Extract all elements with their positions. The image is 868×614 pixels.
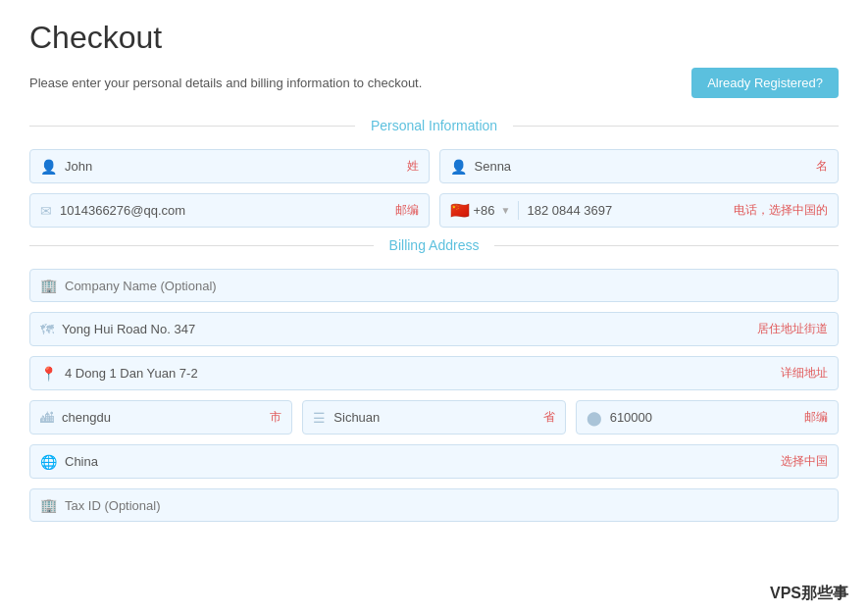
already-registered-button[interactable]: Already Registered? <box>691 68 839 98</box>
city-field: 🏙 市 <box>29 400 292 435</box>
name-row: 👤 姓 👤 名 <box>29 149 839 183</box>
flag-emoji: 🇨🇳 <box>450 201 470 220</box>
street-field: 🗺 居住地址街道 <box>29 312 839 346</box>
zip-input[interactable] <box>610 410 792 425</box>
company-field: 🏢 <box>29 269 839 302</box>
state-annotation: 省 <box>543 409 555 426</box>
phone-field: 🇨🇳 +86 ▼ 电话，选择中国的 <box>439 193 840 228</box>
country-field: 🌐 选择中国 <box>29 444 839 479</box>
phone-country-select[interactable]: 🇨🇳 +86 ▼ <box>450 201 520 220</box>
email-field: ✉ 邮编 <box>29 193 430 228</box>
company-row: 🏢 <box>29 269 839 302</box>
intro-row: Please enter your personal details and b… <box>29 68 839 98</box>
page-title: Checkout <box>29 20 839 56</box>
personal-info-title: Personal Information <box>355 118 513 133</box>
first-name-annotation: 姓 <box>407 158 419 175</box>
zip-field: ⬤ 邮编 <box>576 400 839 435</box>
tax-icon: 🏢 <box>40 497 57 513</box>
address2-row: 📍 详细地址 <box>29 356 839 390</box>
city-icon: 🏙 <box>40 410 54 426</box>
map-icon: 🗺 <box>40 322 54 337</box>
person-icon: 👤 <box>40 159 57 175</box>
last-name-annotation: 名 <box>816 158 828 175</box>
address2-input[interactable] <box>65 366 769 381</box>
person-icon-2: 👤 <box>450 159 467 175</box>
first-name-input[interactable] <box>65 159 395 174</box>
state-field: ☰ 省 <box>302 400 565 435</box>
street-input[interactable] <box>62 322 745 336</box>
phone-annotation: 电话，选择中国的 <box>734 202 828 219</box>
billing-address-title: Billing Address <box>374 237 495 253</box>
phone-input[interactable] <box>527 203 730 218</box>
address2-annotation: 详细地址 <box>781 365 828 382</box>
street-row: 🗺 居住地址街道 <box>29 312 839 346</box>
phone-code: +86 <box>474 203 495 218</box>
globe-icon: 🌐 <box>40 454 57 470</box>
state-input[interactable] <box>333 410 531 425</box>
street-annotation: 居住地址街道 <box>757 321 828 337</box>
first-name-field: 👤 姓 <box>29 149 430 183</box>
pin-icon: 📍 <box>40 366 57 382</box>
city-state-zip-row: 🏙 市 ☰ 省 ⬤ 邮编 <box>29 400 839 435</box>
last-name-field: 👤 名 <box>439 149 840 183</box>
email-phone-row: ✉ 邮编 🇨🇳 +86 ▼ 电话，选择中国的 <box>29 193 839 228</box>
address2-field: 📍 详细地址 <box>29 356 839 390</box>
tax-id-input[interactable] <box>65 498 828 513</box>
city-input[interactable] <box>62 410 258 425</box>
intro-text: Please enter your personal details and b… <box>29 76 422 90</box>
email-annotation: 邮编 <box>395 202 419 219</box>
country-input[interactable] <box>65 454 769 469</box>
tax-id-row: 🏢 <box>29 488 839 522</box>
personal-info-divider: Personal Information <box>29 118 839 133</box>
company-input[interactable] <box>65 279 828 293</box>
country-row: 🌐 选择中国 <box>29 444 839 479</box>
envelope-icon: ✉ <box>40 203 52 219</box>
chevron-down-icon: ▼ <box>501 205 511 216</box>
building-icon: 🏢 <box>40 278 57 293</box>
email-input[interactable] <box>60 203 383 218</box>
state-icon: ☰ <box>313 410 326 426</box>
billing-address-divider: Billing Address <box>29 237 839 253</box>
country-annotation: 选择中国 <box>781 453 828 470</box>
zip-annotation: 邮编 <box>804 409 828 426</box>
zip-icon: ⬤ <box>587 410 602 426</box>
city-annotation: 市 <box>270 409 281 426</box>
last-name-input[interactable] <box>475 159 805 174</box>
tax-id-field: 🏢 <box>29 488 839 522</box>
